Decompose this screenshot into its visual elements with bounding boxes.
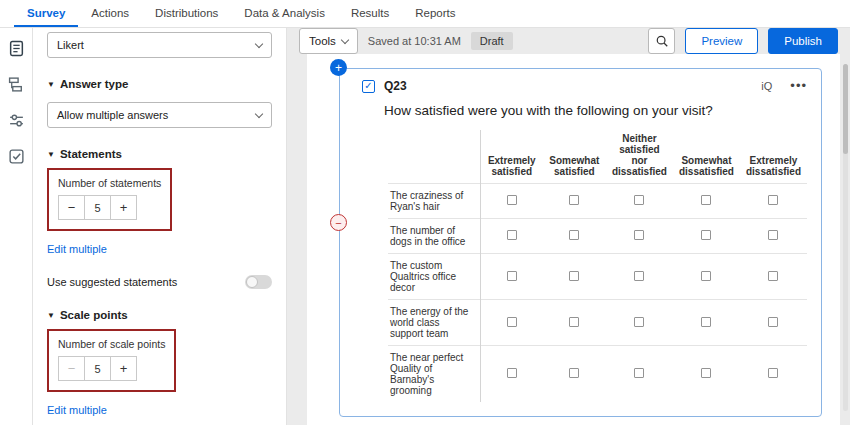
matrix-checkbox[interactable] (507, 368, 517, 378)
matrix-row: The craziness of Ryan's hair (388, 184, 807, 219)
scale-points-stepper: − 5 + (58, 356, 165, 381)
statements-count-value: 5 (84, 195, 111, 220)
iq-score-button[interactable]: iQ (761, 80, 772, 92)
survey-options-icon[interactable] (6, 146, 26, 166)
matrix-checkbox[interactable] (507, 230, 517, 240)
matrix-checkbox[interactable] (701, 230, 711, 240)
nav-tab-results[interactable]: Results (338, 0, 402, 27)
matrix-row: The custom Qualtrics office decor (388, 254, 807, 300)
matrix-row: The number of dogs in the office (388, 219, 807, 254)
remove-question-button[interactable]: − (330, 214, 347, 231)
edit-multiple-statements-link[interactable]: Edit multiple (47, 243, 107, 255)
matrix-checkbox[interactable] (569, 368, 579, 378)
survey-builder-icon[interactable] (6, 38, 26, 58)
look-and-feel-icon[interactable] (6, 110, 26, 130)
nav-tab-survey[interactable]: Survey (14, 0, 78, 27)
chevron-down-icon (341, 35, 349, 43)
matrix-checkbox[interactable] (768, 230, 778, 240)
matrix-checkbox[interactable] (768, 271, 778, 281)
answer-type-select[interactable]: Allow multiple answers (47, 102, 272, 128)
matrix-checkbox[interactable] (768, 368, 778, 378)
scale-points-decrement-button[interactable]: − (58, 356, 85, 381)
statements-count-label: Number of statements (58, 177, 161, 189)
statements-increment-button[interactable]: + (110, 195, 137, 220)
matrix-checkbox[interactable] (507, 317, 517, 327)
use-suggested-statements-toggle[interactable] (245, 275, 272, 289)
matrix-checkbox[interactable] (768, 317, 778, 327)
matrix-column-header: Extremely satisfied (480, 130, 542, 184)
nav-tab-data-analysis[interactable]: Data & Analysis (231, 0, 338, 27)
matrix-checkbox[interactable] (634, 230, 644, 240)
matrix-checkbox[interactable] (507, 271, 517, 281)
chevron-down-icon (255, 109, 263, 117)
question-canvas: + − ✓ Q23 iQ ••• How satisfied were you … (307, 54, 840, 425)
scrollbar-thumb[interactable] (843, 64, 848, 154)
scale-points-section-header[interactable]: ▼ Scale points (47, 309, 272, 321)
publish-button[interactable]: Publish (768, 28, 838, 54)
question-options-menu[interactable]: ••• (790, 83, 807, 89)
question-text[interactable]: How satisfied were you with the followin… (384, 103, 807, 118)
edit-multiple-scale-points-link[interactable]: Edit multiple (47, 404, 107, 416)
survey-flow-icon[interactable] (6, 74, 26, 94)
draft-status-badge: Draft (471, 32, 513, 50)
question-settings-sidebar: Likert ▼ Answer type Allow multiple answ… (33, 28, 287, 425)
collapse-triangle-icon: ▼ (47, 150, 55, 159)
search-icon (655, 34, 669, 48)
matrix-checkbox[interactable] (701, 368, 711, 378)
matrix-checkbox[interactable] (634, 271, 644, 281)
scale-points-highlight-box: Number of scale points − 5 + (47, 329, 176, 392)
matrix-checkbox[interactable] (634, 368, 644, 378)
matrix-row-label[interactable]: The energy of the world class support te… (388, 300, 480, 346)
matrix-column-header: Somewhat dissatisfied (673, 130, 740, 184)
matrix-checkbox[interactable] (569, 271, 579, 281)
matrix-row-label[interactable]: The craziness of Ryan's hair (388, 184, 480, 219)
matrix-checkbox[interactable] (701, 195, 711, 205)
statements-highlight-box: Number of statements − 5 + (47, 168, 172, 231)
matrix-checkbox[interactable] (768, 195, 778, 205)
survey-editor-main: Tools Saved at 10:31 AM Draft Preview Pu… (287, 28, 850, 425)
question-select-checkbox[interactable]: ✓ (362, 80, 375, 93)
matrix-column-header: Neither satisfied nor dissatisfied (606, 130, 673, 184)
add-question-above-button[interactable]: + (330, 59, 347, 76)
answer-type-value: Allow multiple answers (57, 109, 168, 121)
matrix-checkbox[interactable] (701, 271, 711, 281)
answer-type-section-header[interactable]: ▼ Answer type (47, 78, 272, 90)
scale-points-increment-button[interactable]: + (110, 356, 137, 381)
tools-menu-button[interactable]: Tools (299, 28, 358, 54)
matrix-column-header: Somewhat satisfied (543, 130, 606, 184)
toggle-knob (246, 276, 258, 288)
nav-tab-reports[interactable]: Reports (402, 0, 468, 27)
nav-tab-distributions[interactable]: Distributions (142, 0, 231, 27)
matrix-checkbox[interactable] (634, 317, 644, 327)
question-id: Q23 (384, 79, 407, 93)
nav-tab-actions[interactable]: Actions (78, 0, 142, 27)
top-nav: Survey Actions Distributions Data & Anal… (0, 0, 850, 28)
preview-button[interactable]: Preview (685, 28, 758, 54)
collapse-triangle-icon: ▼ (47, 80, 55, 89)
left-icon-rail (0, 28, 33, 425)
matrix-table: Extremely satisfied Somewhat satisfied N… (388, 130, 807, 402)
matrix-checkbox[interactable] (569, 195, 579, 205)
main-scrollbar[interactable] (843, 64, 848, 411)
question-type-select[interactable]: Likert (47, 32, 272, 58)
matrix-row-label[interactable]: The custom Qualtrics office decor (388, 254, 480, 300)
matrix-row-label[interactable]: The number of dogs in the office (388, 219, 480, 254)
matrix-row-label[interactable]: The near perfect Quality of Barnaby's gr… (388, 346, 480, 403)
editor-toolbar: Tools Saved at 10:31 AM Draft Preview Pu… (287, 28, 850, 54)
matrix-checkbox[interactable] (569, 230, 579, 240)
matrix-checkbox[interactable] (634, 195, 644, 205)
matrix-row: The near perfect Quality of Barnaby's gr… (388, 346, 807, 403)
question-card[interactable]: ✓ Q23 iQ ••• How satisfied were you with… (339, 68, 822, 417)
statements-decrement-button[interactable]: − (58, 195, 85, 220)
search-button[interactable] (648, 28, 675, 54)
scale-points-count-value: 5 (84, 356, 111, 381)
matrix-checkbox[interactable] (701, 317, 711, 327)
matrix-checkbox[interactable] (569, 317, 579, 327)
use-suggested-statements-label: Use suggested statements (47, 276, 177, 288)
matrix-checkbox[interactable] (507, 195, 517, 205)
autosave-status: Saved at 10:31 AM (368, 35, 461, 47)
statements-section-header[interactable]: ▼ Statements (47, 148, 272, 160)
scale-points-count-label: Number of scale points (58, 338, 165, 350)
chevron-down-icon (255, 39, 263, 47)
question-type-value: Likert (57, 39, 84, 51)
